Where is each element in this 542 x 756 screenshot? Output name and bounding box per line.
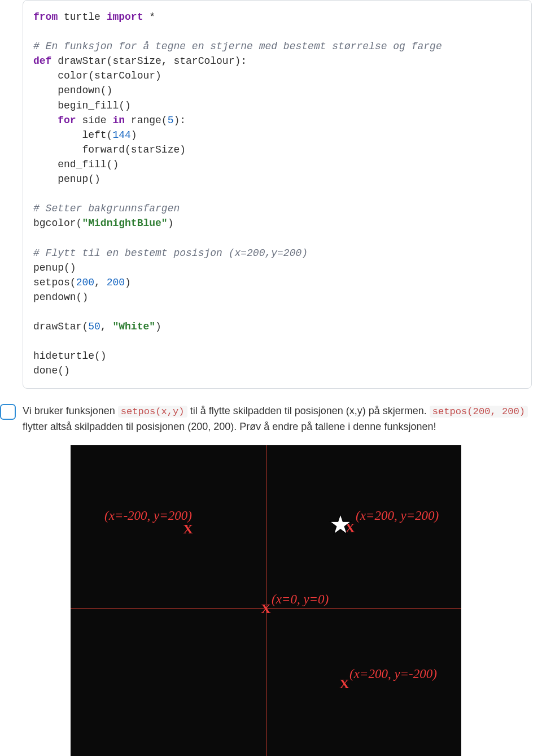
code-text: * bbox=[143, 11, 155, 23]
code-text: done() bbox=[33, 365, 70, 376]
page: from turtle import * # En funksjon for å… bbox=[0, 0, 542, 756]
code-string: "White" bbox=[112, 321, 155, 332]
coord-top-right: (x=200, y=200) bbox=[356, 506, 439, 525]
kw-for: for bbox=[58, 115, 76, 126]
coord-top-left: (x=-200, y=200) bbox=[104, 506, 192, 525]
code-text: end_fill() bbox=[33, 159, 119, 170]
mark-top-left: X bbox=[183, 519, 193, 539]
code-text: ) bbox=[131, 129, 137, 141]
checkbox-icon[interactable] bbox=[0, 404, 16, 420]
code-text: , bbox=[94, 277, 107, 288]
code-text: ) bbox=[125, 277, 131, 288]
code-text: turtle bbox=[58, 11, 106, 23]
step-1: Vi bruker funksjonen setpos(x,y) til å f… bbox=[23, 403, 532, 434]
code-text: , bbox=[100, 321, 113, 332]
svg-marker-0 bbox=[330, 514, 351, 534]
code-comment: # Setter bakgrunnsfargen bbox=[33, 203, 180, 214]
code-comment: # En funksjon for å tegne en stjerne med… bbox=[33, 41, 442, 52]
code-text: pendown() bbox=[33, 85, 112, 96]
step-1-text: Vi bruker funksjonen setpos(x,y) til å f… bbox=[23, 403, 532, 434]
code-text: begin_fill() bbox=[33, 100, 131, 111]
coordinate-diagram: (x=-200, y=200) X (x=200, y=200) X (x=0,… bbox=[71, 445, 461, 756]
inline-code: setpos(x,y) bbox=[118, 406, 187, 418]
code-text: penup() bbox=[33, 262, 76, 273]
code-text: ) bbox=[155, 321, 161, 332]
kw-in: in bbox=[112, 115, 125, 126]
code-number: 50 bbox=[88, 321, 100, 332]
code-text: ): bbox=[173, 115, 186, 126]
code-string: "MidnightBlue" bbox=[82, 218, 167, 229]
coord-center: (x=0, y=0) bbox=[272, 590, 329, 609]
code-content: from turtle import * # En funksjon for å… bbox=[33, 10, 521, 378]
code-text: penup() bbox=[33, 173, 100, 185]
code-text: setpos( bbox=[33, 277, 76, 288]
code-text: left( bbox=[33, 129, 112, 141]
code-text: ) bbox=[168, 218, 174, 229]
code-text: drawStar( bbox=[33, 321, 88, 332]
code-text: range( bbox=[125, 115, 168, 126]
code-number: 5 bbox=[168, 115, 174, 126]
coord-bottom-right: (x=200, y=-200) bbox=[349, 664, 437, 683]
code-text bbox=[33, 115, 58, 126]
code-text: bgcolor( bbox=[33, 218, 82, 229]
mark-bottom-right: X bbox=[339, 674, 349, 694]
diagram-container: (x=-200, y=200) X (x=200, y=200) X (x=0,… bbox=[0, 445, 532, 756]
code-text: pendown() bbox=[33, 292, 88, 303]
mark-center: X bbox=[261, 599, 270, 619]
code-number: 144 bbox=[112, 129, 130, 141]
inline-code: setpos(200, 200) bbox=[430, 406, 528, 418]
code-text: drawStar(starSize, starColour): bbox=[51, 55, 247, 67]
kw-import: import bbox=[107, 11, 143, 23]
text: flytter altså skilpadden til posisjonen … bbox=[23, 421, 436, 432]
text: Vi bruker funksjonen bbox=[23, 405, 118, 416]
code-text: forward(starSize) bbox=[33, 144, 186, 155]
code-number: 200 bbox=[107, 277, 125, 288]
code-comment: # Flytt til en bestemt posisjon (x=200,y… bbox=[33, 247, 308, 259]
kw-from: from bbox=[33, 11, 58, 23]
star-icon bbox=[329, 513, 352, 536]
kw-def: def bbox=[33, 55, 51, 67]
code-text: color(starColour) bbox=[33, 70, 161, 81]
code-block: from turtle import * # En funksjon for å… bbox=[23, 0, 532, 389]
code-text: hideturtle() bbox=[33, 350, 107, 362]
code-number: 200 bbox=[76, 277, 94, 288]
text: til å flytte skilpadden til posisjonen (… bbox=[187, 405, 430, 416]
code-text: side bbox=[76, 115, 113, 126]
